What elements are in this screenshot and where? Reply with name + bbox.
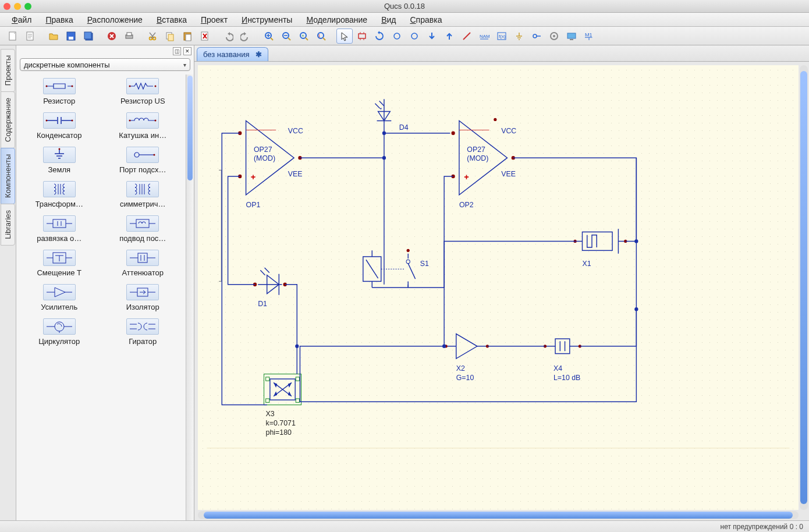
rotate-icon[interactable] xyxy=(371,29,388,44)
menu-view[interactable]: Вид xyxy=(375,14,402,26)
insert-component-icon[interactable] xyxy=(354,29,370,44)
sidetab-components[interactable]: Компоненты xyxy=(1,148,15,204)
comp-capacitor[interactable]: Конденсатор xyxy=(20,112,99,140)
menu-simulation[interactable]: Моделирование xyxy=(300,14,373,26)
zoom-100-icon[interactable]: 1 xyxy=(313,29,329,44)
svg-point-73 xyxy=(406,260,410,263)
comp-x4[interactable]: X4 L=10 dB xyxy=(544,339,581,382)
go-out-icon[interactable] xyxy=(441,29,457,44)
sidetab-projects[interactable]: Проекты xyxy=(1,49,15,92)
delete-icon[interactable] xyxy=(197,29,213,44)
left-panel-scrollbar[interactable] xyxy=(186,75,194,520)
comp-x3[interactable]: X3 k=0.7071 phi=180 xyxy=(264,374,301,437)
comp-biastee[interactable]: Смещение Т xyxy=(20,250,99,277)
undo-icon[interactable] xyxy=(220,29,236,44)
comp-d1[interactable]: D1 xyxy=(253,268,287,308)
copy-icon[interactable] xyxy=(162,29,178,44)
settings-icon[interactable] xyxy=(546,29,562,44)
canvas-vscrollbar[interactable] xyxy=(800,65,808,510)
titlebar: Qucs 0.0.18 xyxy=(0,0,809,13)
comp-x1[interactable]: X1 xyxy=(574,229,627,268)
open-icon[interactable] xyxy=(45,29,62,44)
menu-layout[interactable]: Расположение xyxy=(81,14,148,26)
svg-point-67 xyxy=(494,118,496,121)
left-panel: ◫ ✕ дискретные компоненты Резистор Резис… xyxy=(16,45,194,520)
mirror-h-icon[interactable] xyxy=(389,29,405,44)
pointer-tool-icon[interactable] xyxy=(336,29,353,44)
new-text-icon[interactable] xyxy=(22,29,38,44)
undock-panel-icon[interactable]: ◫ xyxy=(173,47,181,55)
svg-point-98 xyxy=(382,132,386,135)
comp-x2[interactable]: X2 G=10 xyxy=(445,334,489,382)
zoom-fit-icon[interactable]: + xyxy=(296,29,312,44)
comp-resistor-us[interactable]: Резистор US xyxy=(104,78,183,105)
comp-resistor[interactable]: Резистор xyxy=(20,78,99,105)
comp-d4[interactable]: D4 xyxy=(375,99,408,132)
statusbar: нет предупреждений 0 : 0 xyxy=(0,520,809,532)
svg-text:k=0.7071: k=0.7071 xyxy=(266,418,296,427)
minimize-window-icon[interactable] xyxy=(14,3,21,10)
sidetab-content[interactable]: Содержание xyxy=(1,91,15,148)
comp-subport[interactable]: Порт подсх… xyxy=(104,147,183,174)
svg-text:G=10: G=10 xyxy=(456,374,474,382)
zoom-window-icon[interactable] xyxy=(24,3,31,10)
new-file-icon[interactable] xyxy=(5,29,21,44)
cut-icon[interactable] xyxy=(144,29,161,44)
redo-icon[interactable] xyxy=(237,29,254,44)
go-into-icon[interactable] xyxy=(424,29,440,44)
menu-edit[interactable]: Правка xyxy=(40,14,79,26)
svg-text:OP2: OP2 xyxy=(459,201,474,209)
comp-sym-transformer[interactable]: симметрич… xyxy=(104,181,183,208)
schematic-canvas[interactable]: + VCC VEE OP27 (MOD) OP1 + xyxy=(198,65,799,510)
menu-tools[interactable]: Инструменты xyxy=(236,14,298,26)
marker-icon[interactable]: M1 xyxy=(581,29,597,44)
close-doc-icon[interactable] xyxy=(104,29,120,44)
mirror-v-icon[interactable] xyxy=(406,29,423,44)
menu-help[interactable]: Справка xyxy=(404,14,448,26)
print-icon[interactable] xyxy=(121,29,137,44)
svg-text:M1: M1 xyxy=(585,32,592,38)
tab-close-icon[interactable]: ✱ xyxy=(256,50,262,59)
name-label-icon[interactable]: NAME xyxy=(476,29,492,44)
menu-project[interactable]: Проект xyxy=(195,14,233,26)
comp-circulator[interactable]: Циркулятор xyxy=(20,318,99,346)
comp-inductor[interactable]: Катушка ин… xyxy=(104,112,183,140)
svg-point-35 xyxy=(155,86,157,87)
sidetab-libraries[interactable]: Libraries xyxy=(1,204,15,246)
menu-file[interactable]: Файл xyxy=(6,14,37,26)
paste-icon[interactable] xyxy=(179,29,196,44)
comp-ground[interactable]: Земля xyxy=(20,147,99,174)
document-tab[interactable]: без названия ✱ xyxy=(197,47,268,61)
svg-point-101 xyxy=(634,307,638,311)
comp-op2[interactable]: + VCC VEE OP27 (MOD) OP2 xyxy=(452,118,517,209)
ground-tool-icon[interactable] xyxy=(511,29,527,44)
comp-op1[interactable]: + VCC VEE OP27 (MOD) OP1 xyxy=(238,121,303,210)
svg-text:(MOD): (MOD) xyxy=(467,154,488,162)
comp-transformer[interactable]: Трансформ… xyxy=(20,181,99,208)
save-icon[interactable] xyxy=(63,29,79,44)
component-category-select[interactable]: дискретные компоненты xyxy=(20,58,190,71)
close-panel-icon[interactable]: ✕ xyxy=(183,47,191,55)
equation-icon[interactable]: f(x) xyxy=(494,29,510,44)
menu-insert[interactable]: Вставка xyxy=(151,14,193,26)
zoom-out-icon[interactable] xyxy=(278,29,294,44)
comp-dcblock[interactable]: развязка о… xyxy=(20,215,99,243)
display-icon[interactable] xyxy=(563,29,580,44)
svg-text:X2: X2 xyxy=(456,364,465,373)
comp-amplifier[interactable]: Усилитель xyxy=(20,284,99,311)
canvas-wrap: + VCC VEE OP27 (MOD) OP1 + xyxy=(194,62,809,520)
comp-gyrator[interactable]: Гиратор xyxy=(104,318,183,346)
port-tool-icon[interactable] xyxy=(528,29,545,44)
comp-dcfeed[interactable]: подвод пос… xyxy=(104,215,183,243)
close-window-icon[interactable] xyxy=(3,3,10,10)
wire-tool-icon[interactable] xyxy=(459,29,475,44)
comp-relay[interactable]: S1 xyxy=(363,249,429,288)
svg-text:X3: X3 xyxy=(266,410,275,418)
comp-isolator[interactable]: Изолятор xyxy=(104,284,183,311)
canvas-hscrollbar[interactable] xyxy=(198,511,799,519)
window-title: Qucs 0.0.18 xyxy=(0,2,809,10)
comp-attenuator[interactable]: Аттенюатор xyxy=(104,250,183,277)
zoom-in-icon[interactable] xyxy=(261,29,277,44)
save-all-icon[interactable] xyxy=(80,29,97,44)
svg-text:OP27: OP27 xyxy=(467,145,485,153)
